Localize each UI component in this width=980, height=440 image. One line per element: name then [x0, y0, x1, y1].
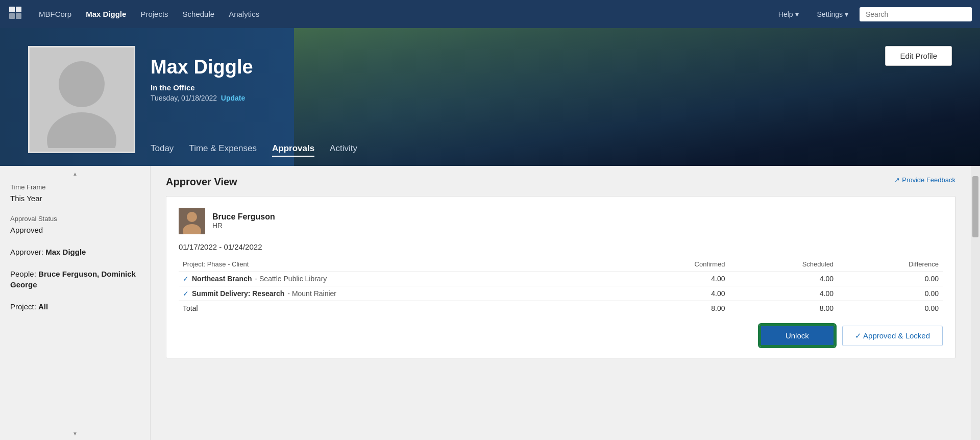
nav-item-mbfcorp[interactable]: MBFCorp: [32, 0, 79, 28]
check-icon-1: ✓: [183, 275, 189, 283]
people-value: People: Bruce Ferguson, Dominick George: [10, 268, 140, 290]
avatar: [30, 47, 134, 152]
project-value: Project: All: [10, 301, 140, 312]
person-name: Bruce Ferguson: [212, 212, 275, 222]
svg-rect-3: [16, 13, 21, 19]
approval-table: Project: Phase - Client Confirmed Schedu…: [179, 258, 943, 315]
col-confirmed: Confirmed: [623, 258, 729, 272]
sidebar: Time Frame This Year Approval Status App…: [0, 166, 151, 440]
svg-point-7: [187, 212, 197, 222]
scroll-up-icon: [72, 168, 78, 178]
nav-right: Help ▾ Settings ▾: [771, 0, 972, 28]
row1-confirmed: 4.00: [623, 272, 729, 286]
sidebar-people: People: Bruce Ferguson, Dominick George: [10, 268, 140, 290]
total-difference: 0.00: [838, 301, 943, 316]
header-background: [294, 28, 980, 166]
card-actions: Unlock ✓ Approved & Locked: [179, 325, 943, 347]
total-scheduled: 8.00: [729, 301, 838, 316]
timeframe-value: This Year: [10, 193, 140, 204]
sidebar-approval-status: Approval Status Approved: [10, 215, 140, 235]
profile-name: Max Diggle: [151, 56, 253, 78]
nav-item-analytics[interactable]: Analytics: [222, 0, 266, 28]
col-scheduled: Scheduled: [729, 258, 838, 272]
col-project: Project: Phase - Client: [179, 258, 623, 272]
col-difference: Difference: [838, 258, 943, 272]
person-avatar: [179, 208, 205, 234]
row1-project: ✓ Northeast Branch - Seattle Public Libr…: [179, 272, 623, 286]
svg-rect-1: [16, 7, 21, 12]
update-link[interactable]: Update: [221, 94, 245, 102]
approval-card: Bruce Ferguson HR 01/17/2022 - 01/24/202…: [166, 196, 955, 358]
sidebar-project: Project: All: [10, 301, 140, 312]
table-row: ✓ Summit Delivery: Research - Mount Rain…: [179, 286, 943, 301]
profile-date: Tuesday, 01/18/2022 Update: [151, 94, 253, 102]
person-info: Bruce Ferguson HR: [212, 212, 275, 230]
total-confirmed: 8.00: [623, 301, 729, 316]
scroll-down-icon: [72, 428, 78, 437]
provide-feedback-link[interactable]: ↗ Provide Feedback: [894, 176, 955, 184]
row2-difference: 0.00: [838, 286, 943, 301]
nav-item-maxdiggle[interactable]: Max Diggle: [79, 0, 133, 28]
tab-today[interactable]: Today: [151, 143, 174, 157]
approver-value: Approver: Max Diggle: [10, 247, 140, 257]
edit-profile-button[interactable]: Edit Profile: [885, 46, 952, 66]
check-icon-2: ✓: [183, 289, 189, 298]
content-title: Approver View: [166, 176, 237, 188]
row1-scheduled: 4.00: [729, 272, 838, 286]
svg-point-5: [47, 112, 116, 148]
total-label: Total: [179, 301, 623, 316]
sidebar-timeframe: Time Frame This Year: [10, 183, 140, 204]
sidebar-approver: Approver: Max Diggle: [10, 247, 140, 257]
approved-locked-button[interactable]: ✓ Approved & Locked: [842, 326, 943, 346]
tab-approvals[interactable]: Approvals: [272, 143, 314, 157]
profile-status: In the Office: [151, 83, 253, 92]
approval-status-label: Approval Status: [10, 215, 140, 223]
card-person-row: Bruce Ferguson HR: [179, 208, 943, 234]
tab-time-expenses[interactable]: Time & Expenses: [189, 143, 257, 157]
svg-point-4: [59, 61, 105, 107]
nav-item-schedule[interactable]: Schedule: [176, 0, 222, 28]
external-link-icon: ↗: [894, 176, 900, 184]
logo-icon[interactable]: [8, 6, 22, 23]
table-row: ✓ Northeast Branch - Seattle Public Libr…: [179, 272, 943, 286]
svg-rect-0: [9, 7, 15, 12]
profile-avatar-container: [28, 46, 135, 153]
profile-tabs: Today Time & Expenses Approvals Activity: [151, 143, 357, 157]
content-area: Approver View ↗ Provide Feedback Bruce F…: [151, 166, 971, 440]
content-header: Approver View ↗ Provide Feedback: [166, 176, 955, 188]
profile-header: Max Diggle In the Office Tuesday, 01/18/…: [0, 28, 980, 166]
main-content: Time Frame This Year Approval Status App…: [0, 166, 980, 440]
profile-info: Max Diggle In the Office Tuesday, 01/18/…: [151, 56, 253, 102]
unlock-button[interactable]: Unlock: [760, 325, 835, 347]
row2-scheduled: 4.00: [729, 286, 838, 301]
timeframe-label: Time Frame: [10, 183, 140, 191]
svg-rect-2: [9, 13, 15, 19]
sidebar-scroll-down[interactable]: [0, 426, 150, 440]
sidebar-scroll-up[interactable]: [0, 166, 150, 180]
person-dept: HR: [212, 222, 275, 230]
row2-confirmed: 4.00: [623, 286, 729, 301]
row2-project: ✓ Summit Delivery: Research - Mount Rain…: [179, 286, 623, 301]
nav-help[interactable]: Help ▾: [771, 0, 806, 28]
nav-item-projects[interactable]: Projects: [133, 0, 175, 28]
approval-status-value: Approved: [10, 225, 140, 235]
date-range: 01/17/2022 - 01/24/2022: [179, 242, 943, 251]
scrollbar[interactable]: [971, 166, 980, 440]
tab-activity[interactable]: Activity: [330, 143, 357, 157]
scrollbar-thumb[interactable]: [972, 176, 978, 237]
nav-settings[interactable]: Settings ▾: [810, 0, 855, 28]
search-input[interactable]: [860, 7, 972, 21]
row1-difference: 0.00: [838, 272, 943, 286]
nav-bar: MBFCorp Max Diggle Projects Schedule Ana…: [0, 0, 980, 28]
total-row: Total 8.00 8.00 0.00: [179, 301, 943, 316]
